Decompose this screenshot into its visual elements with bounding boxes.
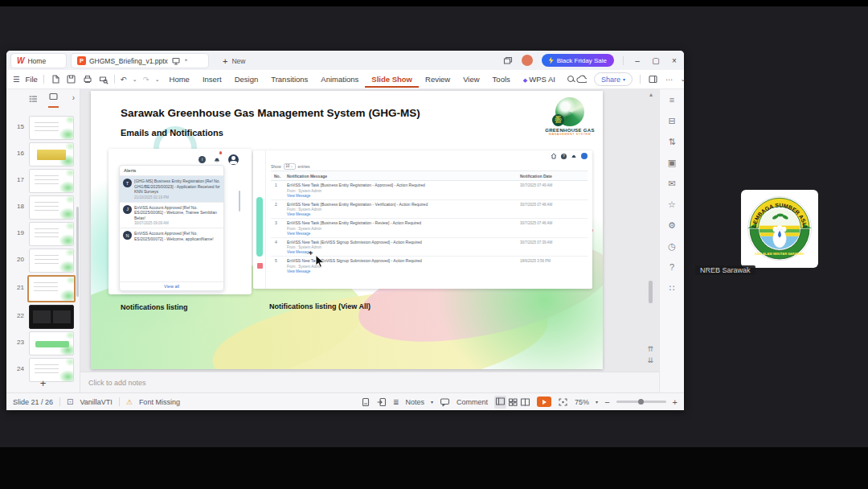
outline-view-icon[interactable] xyxy=(28,94,39,104)
scroll-up-icon[interactable]: ▴ xyxy=(649,91,653,98)
zoom-in-button[interactable]: + xyxy=(673,397,678,407)
apps-pane-icon[interactable]: ∷ xyxy=(669,284,675,293)
row-message: EnViSS New Task [Business Entity Registr… xyxy=(287,183,520,188)
comment-label[interactable]: Comment xyxy=(457,398,488,406)
menu-animations[interactable]: Animations xyxy=(314,75,365,84)
hamburger-icon[interactable]: ☰ xyxy=(13,75,20,84)
slideshow-play-button[interactable] xyxy=(537,397,551,407)
thumb-content xyxy=(33,310,51,323)
collapse-ribbon-icon[interactable]: ⌄ xyxy=(680,76,686,83)
add-slide-button[interactable]: + xyxy=(6,377,80,389)
thumbnail[interactable] xyxy=(29,142,74,166)
undo-icon[interactable]: ↶ xyxy=(121,75,127,84)
menu-transitions[interactable]: Transitions xyxy=(264,75,314,84)
present-from-current-icon[interactable] xyxy=(377,397,387,407)
expand-panel-icon[interactable]: › xyxy=(72,93,75,102)
slides-view-icon[interactable] xyxy=(48,90,59,108)
format-pane-icon[interactable]: ≡ xyxy=(669,96,674,105)
notes-caret-icon[interactable]: ▾ xyxy=(431,399,433,405)
zoom-out-button[interactable]: − xyxy=(604,397,609,407)
crop-pane-icon[interactable]: ⊟ xyxy=(668,117,675,125)
more-tools-icon[interactable]: ⌄ xyxy=(155,76,160,83)
new-doc-icon[interactable] xyxy=(50,74,60,84)
help-pane-icon[interactable]: ? xyxy=(669,263,674,272)
print-preview-icon[interactable] xyxy=(98,74,108,84)
slide-thumbnail-panel: › 15 16 17 18 19 20 21 22 23 24 + xyxy=(6,89,80,392)
menu-wps-ai[interactable]: ◆WPS AI xyxy=(517,75,562,84)
undo-dropdown-icon[interactable]: ⌄ xyxy=(133,76,137,83)
user-avatar[interactable] xyxy=(522,55,533,66)
previous-slide-button[interactable]: ⇈ xyxy=(647,345,653,353)
comment-icon[interactable] xyxy=(440,397,450,407)
fit-window-icon[interactable] xyxy=(558,397,568,407)
cloud-sync-icon[interactable] xyxy=(575,74,587,84)
theme-name[interactable]: VanillaVTI xyxy=(80,398,112,406)
save-icon[interactable] xyxy=(66,74,76,84)
close-button[interactable]: × xyxy=(669,56,679,65)
normal-view-icon[interactable] xyxy=(494,396,506,409)
wps-logo-icon: W xyxy=(17,56,24,65)
thumbnail[interactable] xyxy=(29,222,74,246)
notes-toggle-icon[interactable]: ≣ xyxy=(393,398,399,406)
reading-view-icon[interactable] xyxy=(520,397,530,407)
comment-pane-icon[interactable]: ✉ xyxy=(668,179,675,188)
notes-pane[interactable]: Click to add notes xyxy=(80,372,659,392)
menu-view[interactable]: View xyxy=(457,75,485,84)
row-no: 3 xyxy=(271,220,285,236)
zoom-slider[interactable] xyxy=(616,401,666,403)
transition-pane-icon[interactable]: ⇅ xyxy=(668,138,675,146)
thumbnail[interactable] xyxy=(29,305,74,329)
file-menu[interactable]: File xyxy=(26,75,38,84)
menu-tools[interactable]: Tools xyxy=(486,75,517,84)
slide-21[interactable]: Sarawak Greenhouse Gas Management System… xyxy=(91,91,603,369)
thumbnail[interactable] xyxy=(29,195,74,220)
entries-label: entries xyxy=(298,164,310,169)
document-tab[interactable]: P GHGMS_Briefing_v1.pptx * xyxy=(71,53,209,68)
redo-icon[interactable]: ↷ xyxy=(143,75,149,84)
menu-home[interactable]: Home xyxy=(163,75,196,84)
thumbnail[interactable] xyxy=(29,331,74,355)
selection-pane-icon[interactable]: ▣ xyxy=(668,158,676,167)
print-icon[interactable] xyxy=(82,74,92,84)
menu-slide-show[interactable]: Slide Show xyxy=(365,75,419,88)
font-missing-label[interactable]: Font Missing xyxy=(139,398,180,406)
row-no: 2 xyxy=(271,202,285,217)
menu-design[interactable]: Design xyxy=(228,75,265,84)
thumbnail[interactable] xyxy=(29,116,74,140)
search-icon[interactable] xyxy=(567,75,575,84)
share-button[interactable]: Share ▾ xyxy=(594,72,633,86)
slide-sorter-icon[interactable] xyxy=(508,397,518,407)
minimize-button[interactable]: – xyxy=(633,56,642,65)
history-pane-icon[interactable]: ◷ xyxy=(668,242,676,251)
next-slide-button[interactable]: ⇊ xyxy=(647,356,653,364)
thumbnail-selected[interactable] xyxy=(27,275,76,302)
zoom-slider-knob[interactable] xyxy=(638,399,644,405)
thumbnail[interactable] xyxy=(29,169,74,193)
col-date: Notification Date xyxy=(520,174,588,179)
canvas-scrollbar[interactable] xyxy=(649,281,653,303)
profile-avatar-icon xyxy=(228,154,239,165)
thumb-content xyxy=(35,228,59,239)
theme-icon: ⊡ xyxy=(67,397,73,406)
divider xyxy=(43,75,44,84)
view-message-link: View Message xyxy=(287,212,520,216)
black-friday-sale-button[interactable]: Black Friday Sale xyxy=(542,54,614,67)
thumbnail[interactable] xyxy=(29,249,74,273)
panel-scrollbar[interactable] xyxy=(76,207,79,297)
window-layout-icon[interactable] xyxy=(502,55,513,66)
zoom-caret-icon[interactable]: ▾ xyxy=(596,399,598,405)
home-tab[interactable]: W Home xyxy=(10,53,67,68)
net-zero-badge: NET ZERO 2050 xyxy=(552,114,564,126)
zoom-value[interactable]: 75% xyxy=(575,398,589,406)
panel-toggle-icon[interactable] xyxy=(648,74,658,84)
new-document-tab[interactable]: + New xyxy=(217,53,251,68)
menu-insert[interactable]: Insert xyxy=(196,75,228,84)
settings-pane-icon[interactable]: ⚙ xyxy=(668,221,676,230)
maximize-button[interactable]: ▢ xyxy=(651,56,661,65)
menu-review[interactable]: Review xyxy=(419,75,457,84)
thumb-content xyxy=(53,310,71,323)
more-options-icon[interactable]: ⋯ xyxy=(665,75,674,84)
notes-toggle-label[interactable]: Notes xyxy=(406,398,425,406)
thumbnail-pane-icon[interactable] xyxy=(361,397,371,407)
favorites-pane-icon[interactable]: ☆ xyxy=(668,200,676,209)
